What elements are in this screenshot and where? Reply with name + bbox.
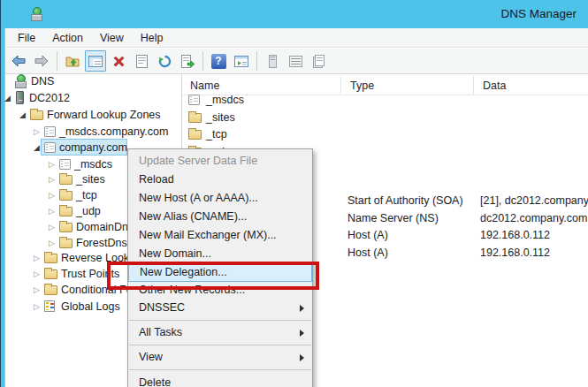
- menu-item-reload[interactable]: Reload: [128, 171, 312, 189]
- menu-separator: [129, 345, 311, 345]
- delete-x-icon[interactable]: [108, 50, 129, 72]
- collapsed-arrow-icon[interactable]: ▷: [34, 299, 40, 315]
- column-header-type[interactable]: Type: [342, 76, 474, 95]
- folder-icon: [59, 223, 73, 232]
- collapsed-arrow-icon[interactable]: ▷: [34, 124, 40, 140]
- list-cell-data: dc2012.company.com.: [480, 210, 588, 227]
- properties-icon[interactable]: [131, 50, 152, 72]
- list-cell-type: Start of Authority (SOA): [347, 193, 463, 209]
- menu-file[interactable]: File: [12, 30, 41, 46]
- menu-item-dnssec[interactable]: DNSSEC: [128, 300, 312, 317]
- menu-item-view[interactable]: View: [128, 349, 312, 367]
- collapsed-arrow-icon[interactable]: ▷: [34, 266, 40, 282]
- list-lines-icon[interactable]: [285, 50, 306, 72]
- collapsed-arrow-icon[interactable]: ▷: [49, 235, 55, 251]
- toolbar: ?: [5, 49, 588, 74]
- folder-icon: [44, 254, 57, 263]
- toolbar-separator: [57, 51, 57, 71]
- menubar: File Action View Help: [5, 28, 588, 48]
- toolbar-separator: [256, 51, 257, 71]
- server-column-icon[interactable]: [262, 50, 283, 72]
- export-list-icon[interactable]: [177, 50, 198, 72]
- help-icon[interactable]: ?: [208, 50, 229, 72]
- submenu-arrow-icon: [300, 330, 304, 337]
- list-cell-type: Name Server (NS): [347, 210, 439, 227]
- column-header-data[interactable]: Data: [475, 76, 588, 95]
- folder-icon: [59, 191, 73, 201]
- expanded-arrow-icon[interactable]: ◢: [4, 90, 11, 106]
- folder-up-icon[interactable]: [62, 50, 83, 72]
- menu-help[interactable]: Help: [135, 30, 169, 46]
- zone-icon: [59, 159, 71, 170]
- collapsed-arrow-icon[interactable]: ▷: [49, 156, 55, 172]
- collapsed-arrow-icon[interactable]: ▷: [49, 219, 55, 235]
- menu-action[interactable]: Action: [47, 30, 88, 46]
- collapsed-arrow-icon[interactable]: ▷: [34, 250, 40, 266]
- folder-icon: [188, 113, 202, 123]
- folder-icon: [59, 175, 73, 185]
- submenu-arrow-icon: [300, 354, 304, 361]
- zone-icon: [188, 95, 200, 105]
- tree-item-company-com[interactable]: ◢ company.com: [0, 140, 68, 156]
- menu-separator: [129, 320, 311, 321]
- list-cell-data: [21], dc2012.company.: [480, 193, 588, 209]
- submenu-arrow-icon: [300, 305, 304, 312]
- window-title: DNS Manager: [500, 7, 577, 20]
- menu-item-update-server-data-file: Update Server Data File: [128, 152, 312, 171]
- collapsed-arrow-icon[interactable]: ▷: [49, 187, 55, 203]
- expanded-arrow-icon[interactable]: ◢: [34, 140, 40, 156]
- menu-item-delete[interactable]: Delete: [128, 374, 312, 387]
- menu-item-new-alias[interactable]: New Alias (CNAME)...: [128, 208, 312, 226]
- zone-icon: [44, 142, 56, 153]
- folder-icon: [44, 269, 57, 279]
- console-window-icon[interactable]: [231, 50, 252, 72]
- menu-view[interactable]: View: [95, 30, 129, 46]
- annotation-highlight-box: [107, 262, 319, 290]
- dns-manager-icon: [30, 7, 42, 21]
- collapsed-arrow-icon[interactable]: ▷: [34, 282, 40, 298]
- menu-item-new-host[interactable]: New Host (A or AAAA)...: [128, 189, 312, 208]
- dns-manager-window: DNS Manager File Action View Help: [0, 0, 588, 387]
- list-cell-name: _tcp: [206, 126, 227, 143]
- folder-icon: [59, 207, 73, 216]
- folder-icon: [30, 110, 43, 120]
- list-cell-data: 192.168.0.112: [480, 245, 550, 262]
- menu-separator: [129, 369, 311, 370]
- toolbar-separator: [202, 51, 203, 71]
- list-cell-data: 192.168.0.112: [480, 227, 550, 244]
- server-icon: [16, 91, 24, 104]
- titlebar: DNS Manager: [0, 0, 588, 28]
- expanded-arrow-icon[interactable]: ◢: [19, 107, 26, 123]
- console-tree-icon[interactable]: [85, 50, 106, 72]
- list-cell-name: _sites: [206, 110, 235, 126]
- logs-icon: [44, 300, 55, 312]
- menu-item-new-domain[interactable]: New Domain...: [128, 245, 312, 263]
- forward-icon[interactable]: [31, 50, 52, 72]
- dns-root-icon: [14, 74, 27, 88]
- folder-icon: [59, 239, 73, 248]
- list-cell-type: Host (A): [347, 227, 388, 244]
- clipboard-icon[interactable]: [308, 50, 329, 72]
- back-icon[interactable]: [8, 50, 29, 72]
- list-cell-name: _msdcs: [206, 92, 244, 109]
- menu-item-all-tasks[interactable]: All Tasks: [128, 324, 312, 342]
- refresh-icon[interactable]: [154, 50, 175, 72]
- collapsed-arrow-icon[interactable]: ▷: [49, 171, 55, 187]
- folder-icon: [188, 130, 202, 140]
- collapsed-arrow-icon[interactable]: ▷: [49, 203, 55, 219]
- menu-item-new-mail-exchanger[interactable]: New Mail Exchanger (MX)...: [128, 226, 312, 245]
- folder-icon: [44, 285, 57, 295]
- zone-icon: [44, 126, 56, 137]
- list-cell-type: Host (A): [347, 245, 388, 262]
